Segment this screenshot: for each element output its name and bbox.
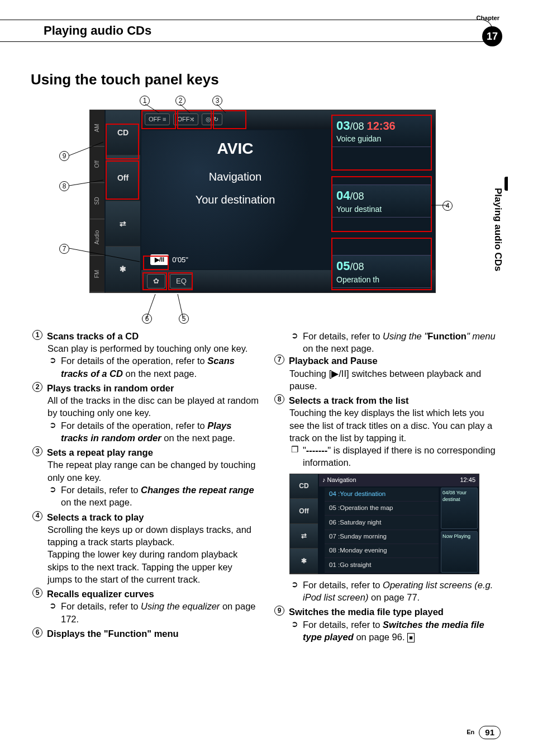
item-3-icon: 3 bbox=[32, 446, 42, 456]
sf-side-icon[interactable]: CD bbox=[290, 474, 318, 499]
item-4-title: Selects a track to play bbox=[47, 511, 144, 523]
end-mark-icon: ■ bbox=[407, 633, 415, 642]
item-6-title: Displays the "Function" menu bbox=[47, 627, 179, 640]
language-label: En bbox=[467, 728, 474, 736]
sf-side-icon[interactable]: ✱ bbox=[290, 549, 318, 574]
elapsed-time: 0'05" bbox=[172, 255, 188, 265]
sf-top-left: ♪ Navigation bbox=[322, 476, 356, 484]
item-9-icon: 9 bbox=[274, 606, 284, 616]
item-9-sub: For details, refer to Switches the media… bbox=[303, 618, 501, 644]
list-item[interactable]: 01 :Go straight bbox=[325, 558, 439, 572]
callout-box-6 bbox=[142, 272, 167, 290]
item-8-note: "-------" is displayed if there is no co… bbox=[303, 444, 501, 469]
section-heading: Using the touch panel keys bbox=[31, 70, 533, 89]
list-item[interactable]: 08 :Monday evening bbox=[325, 544, 439, 558]
item-7-icon: 7 bbox=[274, 355, 284, 365]
callout-box-4c bbox=[331, 238, 432, 290]
callout-box-9 bbox=[106, 124, 139, 159]
refer-arrow-icon: ➲ bbox=[289, 330, 299, 355]
left-column: 1Scans tracks of a CD Scan play is perfo… bbox=[32, 330, 259, 645]
now-playing-card[interactable]: 04/08 Your destinat bbox=[441, 488, 478, 529]
item-1-title: Scans tracks of a CD bbox=[47, 330, 139, 342]
item-7-title: Playback and Pause bbox=[289, 355, 378, 367]
source-bt-icon[interactable]: ✱ bbox=[106, 247, 140, 292]
item-5-title: Recalls equalizer curves bbox=[47, 588, 154, 600]
sf-top-time: 12:45 bbox=[460, 476, 475, 484]
callout-box-5 bbox=[168, 272, 193, 290]
callout-9-icon: 9 bbox=[59, 151, 69, 161]
item-5-icon: 5 bbox=[32, 588, 42, 598]
refer-arrow-icon: ➲ bbox=[289, 618, 299, 644]
item-2-icon: 2 bbox=[32, 382, 42, 392]
artist-line: Navigation bbox=[141, 169, 329, 185]
refer-arrow-icon: ➲ bbox=[47, 600, 58, 625]
callout-box-2 bbox=[177, 110, 212, 129]
page-number: 91 bbox=[479, 726, 501, 739]
item-9-title: Switches the media file type played bbox=[289, 606, 444, 618]
callout-6-icon: 6 bbox=[142, 314, 152, 324]
page-footer: En 91 bbox=[467, 726, 501, 739]
chapter-title-band: Playing audio CDs bbox=[0, 20, 493, 42]
side-tab[interactable]: SD bbox=[90, 183, 104, 219]
callout-8-icon: 8 bbox=[59, 181, 69, 191]
chapter-number-badge: 17 bbox=[482, 26, 502, 46]
item-6-icon: 6 bbox=[32, 627, 42, 637]
list-item[interactable]: 06 :Saturday night bbox=[325, 516, 439, 530]
callout-5-icon: 5 bbox=[179, 314, 189, 324]
sf-side-icon[interactable]: ⇄ bbox=[290, 524, 318, 549]
main-screenshot-figure: AM Off SD Audio FM CD Off ⇄ ✱ OFF ≡ OFF⤨… bbox=[50, 96, 453, 325]
refer-arrow-icon: ➲ bbox=[47, 484, 58, 509]
item-2-title: Plays tracks in random order bbox=[47, 382, 174, 394]
item-8-body: Touching the key displays the list which… bbox=[289, 407, 501, 444]
refer-arrow-icon: ➲ bbox=[47, 419, 58, 445]
right-column: ➲For details, refer to Using the "Functi… bbox=[274, 330, 501, 645]
callout-4-icon: 4 bbox=[442, 201, 453, 211]
item-3-title: Sets a repeat play range bbox=[47, 446, 153, 459]
callout-box-7 bbox=[143, 256, 169, 270]
refer-arrow-icon: ➲ bbox=[289, 579, 299, 604]
note-icon: ❐ bbox=[289, 444, 299, 469]
item-4-body2: Tapping the lower key during random play… bbox=[47, 548, 259, 585]
list-item[interactable]: 07 :Sunday morning bbox=[325, 530, 439, 544]
item-1-body: Scan play is performed by touching only … bbox=[47, 342, 259, 355]
track-list-screenshot: CD Off ⇄ ✱ ♪ Navigation12:45 04 :Your de… bbox=[289, 474, 479, 574]
album-title: AVIC bbox=[141, 138, 329, 159]
list-item[interactable]: 04 :Your destination bbox=[325, 488, 439, 502]
item-7-body: Touching [▶/II] switches between playbac… bbox=[289, 367, 501, 393]
item-8-sub: For details, refer to Operating list scr… bbox=[303, 579, 501, 604]
side-tab[interactable]: Audio bbox=[90, 219, 104, 256]
item-5-sub: For details, refer to Using the equalize… bbox=[61, 600, 259, 625]
side-margin-title: Playing audio CDs bbox=[490, 188, 506, 356]
item-8-icon: 8 bbox=[274, 394, 284, 404]
callout-box-3 bbox=[213, 110, 246, 129]
chapter-title: Playing audio CDs bbox=[44, 22, 492, 39]
callout-box-8 bbox=[106, 160, 139, 200]
callout-3-icon: 3 bbox=[212, 96, 222, 106]
item-4-icon: 4 bbox=[32, 511, 42, 521]
item-3-sub: For details, refer to Changes the repeat… bbox=[61, 484, 259, 509]
item-3-body: The repeat play range can be changed by … bbox=[47, 459, 259, 484]
callout-box-4a bbox=[331, 115, 432, 171]
side-tab[interactable]: AM bbox=[90, 110, 104, 147]
source-aux-icon[interactable]: ⇄ bbox=[106, 201, 140, 247]
item-1-icon: 1 bbox=[32, 330, 42, 340]
list-item[interactable]: 05 :Operation the map bbox=[325, 502, 439, 516]
sf-side-icon[interactable]: Off bbox=[290, 499, 318, 524]
item-6-sub: For details, refer to Using the "Functio… bbox=[303, 330, 501, 355]
item-2-body: All of the tracks in the disc can be pla… bbox=[47, 394, 259, 419]
device-screenshot: AM Off SD Audio FM CD Off ⇄ ✱ OFF ≡ OFF⤨… bbox=[89, 110, 436, 293]
now-playing-card[interactable]: Now Playing bbox=[441, 531, 478, 573]
callout-2-icon: 2 bbox=[175, 96, 185, 106]
side-tab[interactable]: Off bbox=[90, 147, 104, 183]
callout-box-1 bbox=[141, 110, 176, 129]
item-8-title: Selects a track from the list bbox=[289, 394, 409, 407]
chapter-label: Chapter bbox=[476, 14, 499, 22]
item-4-body: Scrolling the keys up or down displays t… bbox=[47, 523, 259, 549]
callout-box-4b bbox=[331, 176, 432, 232]
track-line: Your destination bbox=[141, 192, 329, 207]
side-tab[interactable]: FM bbox=[90, 256, 104, 292]
item-2-sub: For details of the operation, refer to P… bbox=[61, 419, 259, 445]
refer-arrow-icon: ➲ bbox=[47, 355, 58, 380]
callout-7-icon: 7 bbox=[59, 244, 69, 254]
item-1-sub: For details of the operation, refer to S… bbox=[61, 355, 259, 380]
